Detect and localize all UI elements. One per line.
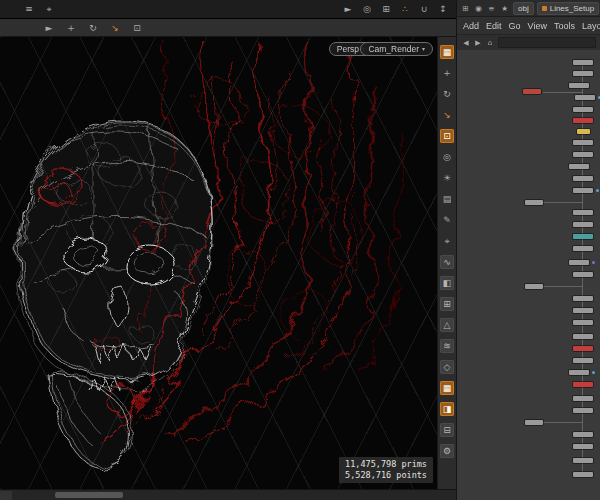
graph-node[interactable] — [573, 296, 593, 301]
graph-node[interactable] — [573, 71, 593, 76]
graph-node[interactable] — [573, 60, 593, 65]
node-wire — [543, 92, 583, 93]
translate-tool-icon[interactable]: + — [64, 21, 78, 35]
menu-tools[interactable]: Tools — [554, 21, 575, 31]
grid-toggle-icon[interactable]: ⊞ — [440, 297, 454, 311]
graph-node[interactable] — [573, 140, 593, 145]
chevron-down-icon: ▾ — [422, 44, 425, 54]
network-panel-header: ⊞◉≡★ obj Lines_Setup — [457, 0, 600, 17]
graph-node[interactable] — [573, 210, 593, 215]
graph-node[interactable] — [573, 358, 593, 363]
pin-icon[interactable]: ◉ — [473, 3, 484, 14]
graph-node[interactable] — [573, 458, 593, 463]
graph-node[interactable] — [577, 129, 590, 134]
graph-node[interactable] — [525, 284, 543, 289]
magnet-snap-icon[interactable]: ∪ — [417, 2, 431, 16]
expand-view-icon[interactable]: ↕ — [436, 2, 450, 16]
main-menu-icon[interactable]: ≡ — [22, 2, 36, 16]
zoom-view-icon[interactable]: ↘ — [440, 108, 454, 122]
network-menu-bar: AddEditGoViewToolsLayo — [457, 17, 600, 35]
frame-selection-icon[interactable]: ⊡ — [440, 129, 454, 143]
pane-layout-icon[interactable]: ⊞ — [460, 3, 471, 14]
graph-node[interactable] — [575, 95, 595, 100]
menu-edit[interactable]: Edit — [486, 21, 502, 31]
display-options-icon[interactable]: ▤ — [440, 192, 454, 206]
graph-node[interactable] — [525, 420, 543, 425]
camera-select-label: Cam_Render — [368, 44, 419, 54]
menu-layo[interactable]: Layo — [582, 21, 600, 31]
prims-count: 11,475,798 prims — [345, 459, 427, 470]
graph-node[interactable] — [573, 222, 593, 227]
path-label: obj — [518, 3, 529, 14]
graph-node[interactable] — [525, 200, 543, 205]
menu-view[interactable]: View — [528, 21, 547, 31]
split-view-icon[interactable]: ◨ — [440, 402, 454, 416]
graph-node[interactable] — [573, 234, 593, 239]
wave-display-icon[interactable]: ∿ — [440, 255, 454, 269]
graph-node[interactable] — [573, 444, 593, 449]
rotate-tool-icon[interactable]: ↻ — [86, 21, 100, 35]
scale-tool-icon[interactable]: ↘ — [108, 21, 122, 35]
graph-node[interactable] — [573, 408, 593, 413]
graph-node[interactable] — [573, 320, 593, 325]
viewport-bottom-bar — [0, 489, 456, 500]
forward-icon[interactable]: ▶ — [473, 38, 483, 48]
move-view-icon[interactable]: + — [440, 66, 454, 80]
view-layout-icon[interactable]: ▦ — [440, 45, 454, 59]
graph-node[interactable] — [573, 107, 593, 112]
wireframe-mode-icon[interactable]: ▦ — [440, 381, 454, 395]
shaded-mode-icon[interactable]: ◧ — [440, 276, 454, 290]
main-toolbar-right: ►◎⊞∴∪↕ — [341, 2, 450, 16]
graph-node[interactable] — [573, 346, 593, 351]
viewport-toolbar: ►+↻↘⊡ — [0, 19, 456, 37]
pivot-icon[interactable]: ⌖ — [440, 234, 454, 248]
graph-node[interactable] — [573, 472, 593, 477]
graph-node[interactable] — [569, 164, 589, 169]
collapse-icon[interactable]: ⊟ — [440, 423, 454, 437]
graph-node[interactable] — [573, 396, 593, 401]
lighting-icon[interactable]: ☀ — [440, 171, 454, 185]
graph-node[interactable] — [573, 432, 593, 437]
path-list-icon[interactable]: ≡ — [486, 3, 497, 14]
graph-node[interactable] — [569, 260, 589, 265]
graph-node[interactable] — [573, 176, 593, 181]
graph-node[interactable] — [569, 83, 589, 88]
graph-node[interactable] — [569, 370, 589, 375]
graph-node[interactable] — [573, 308, 593, 313]
path-chip-obj[interactable]: obj — [513, 2, 534, 15]
graph-node[interactable] — [573, 272, 593, 277]
graph-node[interactable] — [573, 152, 593, 157]
camera-icon[interactable]: ◎ — [440, 150, 454, 164]
back-icon[interactable]: ◀ — [461, 38, 471, 48]
home-icon[interactable]: ⌂ — [485, 38, 495, 48]
graph-node[interactable] — [573, 334, 593, 339]
node-graph-canvas[interactable] — [457, 50, 600, 500]
graph-node[interactable] — [573, 382, 593, 387]
select-cursor-icon[interactable]: ► — [341, 2, 355, 16]
crosshair-icon[interactable]: ⌖ — [42, 2, 56, 16]
menu-add[interactable]: Add — [463, 21, 479, 31]
handle-tool-icon[interactable]: ⊡ — [130, 21, 144, 35]
network-path-field[interactable] — [498, 37, 596, 48]
snap-points-icon[interactable]: ∴ — [398, 2, 412, 16]
viewport-3d[interactable]: Persp ▾ Cam_Render ▾ 11,475,798 prims 5,… — [0, 37, 437, 489]
horizontal-scrollbar[interactable] — [55, 492, 123, 498]
menu-go[interactable]: Go — [509, 21, 521, 31]
smooth-shade-icon[interactable]: ≋ — [440, 339, 454, 353]
view-orbit-icon[interactable]: ◎ — [360, 2, 374, 16]
corner-widget[interactable] — [0, 491, 12, 500]
tab-lines-setup[interactable]: Lines_Setup — [537, 2, 599, 15]
points-display-icon[interactable]: ◇ — [440, 360, 454, 374]
normals-icon[interactable]: △ — [440, 318, 454, 332]
rotate-view-icon[interactable]: ↻ — [440, 87, 454, 101]
graph-node[interactable] — [523, 89, 541, 94]
snap-grid-icon[interactable]: ⊞ — [379, 2, 393, 16]
favorites-star-icon[interactable]: ★ — [499, 3, 510, 14]
graph-node[interactable] — [573, 246, 593, 251]
camera-select-button[interactable]: Cam_Render ▾ — [360, 42, 433, 56]
graph-node[interactable] — [573, 118, 593, 123]
settings-gear-icon[interactable]: ⚙ — [440, 444, 454, 458]
graph-node[interactable] — [573, 188, 593, 193]
edit-icon[interactable]: ✎ — [440, 213, 454, 227]
select-tool-icon[interactable]: ► — [42, 21, 56, 35]
